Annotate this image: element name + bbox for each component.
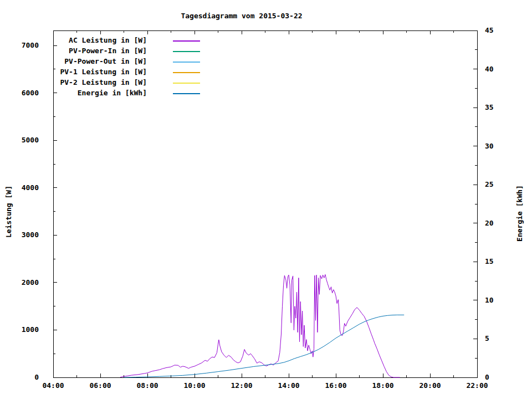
y-right-tick-label: 15 bbox=[485, 258, 494, 265]
x-tick-label: 22:00 bbox=[466, 382, 488, 390]
y-left-tick-label: 5000 bbox=[0, 136, 39, 144]
legend-sample-line-ac-leistung-in-w bbox=[173, 40, 200, 42]
legend-sample-line-energie-in-kwh bbox=[173, 93, 200, 94]
legend-label-energie-in-kwh: Energie in [kWh] bbox=[0, 89, 147, 97]
y-left-tick-label: 1000 bbox=[0, 326, 39, 334]
x-tick-label: 14:00 bbox=[278, 382, 299, 390]
y-left-tick-label: 2000 bbox=[0, 279, 39, 287]
y-right-tick-label: 20 bbox=[485, 219, 494, 227]
legend-label-pv-2-leistung-in-w: PV-2 Leistung in [W] bbox=[0, 79, 147, 86]
series-line-ac-leistung-in-w bbox=[120, 274, 400, 377]
y-right-axis-title: Energie [kWh] bbox=[515, 185, 524, 242]
legend-label-ac-leistung-in-w: AC Leistung in [W] bbox=[0, 37, 147, 44]
x-tick-label: 16:00 bbox=[325, 382, 346, 390]
x-tick-label: 04:00 bbox=[42, 382, 64, 390]
legend-sample-line-pv-2-leistung-in-w bbox=[173, 83, 200, 84]
legend-label-pv-power-out-in-w: PV-Power-Out in [W] bbox=[0, 58, 147, 65]
x-tick-label: 06:00 bbox=[89, 382, 111, 390]
x-tick-label: 18:00 bbox=[372, 382, 393, 390]
legend-sample-line-pv-power-in-in-w bbox=[173, 51, 200, 52]
legend-label-pv-1-leistung-in-w: PV-1 Leistung in [W] bbox=[0, 68, 147, 76]
y-right-tick-label: 30 bbox=[485, 142, 494, 150]
x-tick-label: 08:00 bbox=[136, 382, 158, 390]
y-right-tick-label: 45 bbox=[485, 27, 494, 34]
y-right-tick-label: 5 bbox=[485, 335, 489, 342]
chart-title: Tagesdiagramm vom 2015-03-22 bbox=[53, 12, 430, 20]
legend-sample-line-pv-1-leistung-in-w bbox=[173, 72, 200, 73]
y-right-tick-label: 0 bbox=[485, 374, 489, 381]
x-tick-label: 20:00 bbox=[419, 382, 441, 390]
y-right-tick-label: 35 bbox=[485, 104, 494, 111]
y-right-tick-label: 10 bbox=[485, 296, 494, 304]
y-left-tick-label: 4000 bbox=[0, 184, 39, 192]
y-right-tick-label: 25 bbox=[485, 181, 494, 188]
x-tick-label: 10:00 bbox=[183, 382, 205, 390]
x-tick-label: 12:00 bbox=[231, 382, 252, 390]
tagesdiagramm-chart: Tagesdiagramm vom 2015-03-22 Leistung [W… bbox=[0, 0, 532, 399]
y-left-axis-title: Leistung [W] bbox=[4, 186, 13, 238]
y-left-tick-label: 3000 bbox=[0, 231, 39, 239]
y-left-tick-label: 0 bbox=[0, 374, 39, 381]
y-right-tick-label: 40 bbox=[485, 65, 494, 73]
legend-sample-line-pv-power-out-in-w bbox=[173, 62, 200, 63]
legend-label-pv-power-in-in-w: PV-Power-In in [W] bbox=[0, 47, 147, 55]
